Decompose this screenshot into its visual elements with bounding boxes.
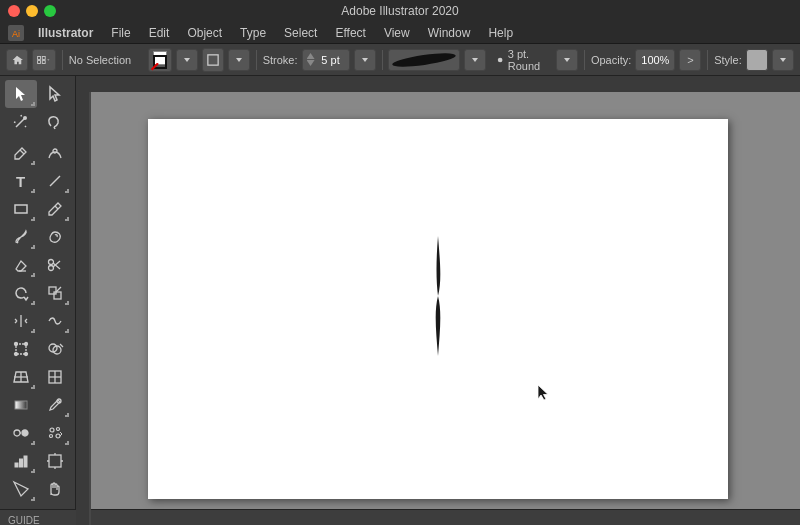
stroke-color-dropdown[interactable] <box>176 49 198 71</box>
menu-view[interactable]: View <box>376 24 418 42</box>
minimize-button[interactable] <box>26 5 38 17</box>
graph-arrow <box>31 469 35 473</box>
tool-row-2 <box>2 108 74 136</box>
opacity-expand: > <box>687 54 693 66</box>
round-dropdown[interactable] <box>556 49 578 71</box>
warp-tool[interactable] <box>39 307 71 335</box>
svg-point-63 <box>48 266 53 271</box>
gradient-tool[interactable] <box>5 391 37 419</box>
direct-selection-tool[interactable] <box>39 80 71 108</box>
sep3 <box>382 50 383 70</box>
tool-row-free <box>2 335 74 363</box>
stroke-value-dropdown[interactable] <box>354 49 376 71</box>
blend-tool[interactable] <box>5 419 37 447</box>
status-bar: GUIDE <box>0 509 800 525</box>
opacity-label: Opacity: <box>591 54 631 66</box>
menu-window[interactable]: Window <box>420 24 479 42</box>
menu-effect[interactable]: Effect <box>327 24 373 42</box>
tool-row-1 <box>2 80 74 108</box>
curvature-tool[interactable] <box>39 139 71 167</box>
tool-row-width <box>2 307 74 335</box>
rectangle-tool[interactable] <box>5 195 37 223</box>
column-graph-tool[interactable] <box>5 447 37 475</box>
stroke-up[interactable] <box>307 53 315 59</box>
blob-brush-tool[interactable] <box>39 223 71 251</box>
stroke-down[interactable] <box>307 60 315 66</box>
svg-rect-67 <box>49 287 56 294</box>
round-label: 3 pt. Round <box>508 48 552 72</box>
brush-dropdown[interactable] <box>464 49 486 71</box>
scale-tool[interactable] <box>39 279 71 307</box>
stroke-value-group: 5 pt <box>302 49 350 71</box>
opacity-arrow[interactable]: > <box>679 49 701 71</box>
opacity-value[interactable]: 100% <box>635 49 675 71</box>
pen-arrow <box>31 161 35 165</box>
eraser-tool[interactable] <box>5 251 37 279</box>
type-icon: T <box>16 173 25 190</box>
home-button[interactable] <box>6 49 28 71</box>
hand-tool[interactable] <box>39 475 71 503</box>
stroke-value[interactable]: 5 pt <box>317 54 345 66</box>
mesh-tool[interactable] <box>39 363 71 391</box>
blend-arrow <box>31 441 35 445</box>
magic-wand-tool[interactable] <box>5 108 37 136</box>
menu-type[interactable]: Type <box>232 24 274 42</box>
svg-rect-96 <box>49 455 61 467</box>
stroke-spinners[interactable] <box>307 53 315 66</box>
free-transform-tool[interactable] <box>5 335 37 363</box>
width-tool[interactable] <box>5 307 37 335</box>
shape-builder-tool[interactable] <box>39 335 71 363</box>
eyedropper-tool[interactable] <box>39 391 71 419</box>
dot-icon <box>497 56 503 64</box>
toolbar: T <box>0 76 76 525</box>
brush-preview[interactable] <box>388 49 460 71</box>
svg-point-92 <box>56 434 60 438</box>
svg-rect-3 <box>38 60 41 63</box>
menu-illustrator[interactable]: Illustrator <box>30 24 101 42</box>
slice-tool[interactable] <box>5 475 37 503</box>
eraser-arrow <box>31 273 35 277</box>
artboard <box>148 119 728 499</box>
menu-object[interactable]: Object <box>179 24 230 42</box>
line-tool[interactable] <box>39 167 71 195</box>
titlebar: Adobe Illustrator 2020 <box>0 0 800 22</box>
eyedrop-arrow <box>65 413 69 417</box>
pencil-tool[interactable] <box>39 195 71 223</box>
svg-point-73 <box>24 343 27 346</box>
lasso-tool[interactable] <box>39 108 71 136</box>
menu-select[interactable]: Select <box>276 24 325 42</box>
selection-tool[interactable] <box>5 80 37 108</box>
stroke-color-selector[interactable] <box>148 48 172 72</box>
menu-file[interactable]: File <box>103 24 138 42</box>
paintbrush-tool[interactable] <box>5 223 37 251</box>
rotate-tool[interactable] <box>5 279 37 307</box>
menu-help[interactable]: Help <box>480 24 521 42</box>
style-box[interactable] <box>746 49 768 71</box>
status-text: GUIDE <box>0 513 48 525</box>
view-toggle[interactable] <box>32 49 56 71</box>
svg-rect-1 <box>38 56 41 59</box>
perspective-tool[interactable] <box>5 363 37 391</box>
artboard-tool[interactable] <box>39 447 71 475</box>
svg-point-72 <box>14 343 17 346</box>
appearance-box[interactable] <box>202 48 224 72</box>
pen-tool[interactable] <box>5 139 37 167</box>
scissors-tool[interactable] <box>39 251 71 279</box>
tool-row-perspective <box>2 363 74 391</box>
menu-edit[interactable]: Edit <box>141 24 178 42</box>
symbol-sprayer-tool[interactable] <box>39 419 71 447</box>
tool-row-slice <box>2 475 74 503</box>
tool-arrow-indicator <box>31 102 35 106</box>
svg-point-59 <box>53 149 57 153</box>
canvas-area[interactable] <box>76 92 800 525</box>
style-dropdown[interactable] <box>772 49 794 71</box>
maximize-button[interactable] <box>44 5 56 17</box>
svg-rect-2 <box>42 56 45 59</box>
close-button[interactable] <box>8 5 20 17</box>
tool-row-gradient <box>2 391 74 419</box>
sep4 <box>584 50 585 70</box>
appearance-dropdown[interactable] <box>228 49 250 71</box>
type-tool[interactable]: T <box>5 167 37 195</box>
tool-row-pen <box>2 139 74 167</box>
svg-point-7 <box>498 57 503 62</box>
